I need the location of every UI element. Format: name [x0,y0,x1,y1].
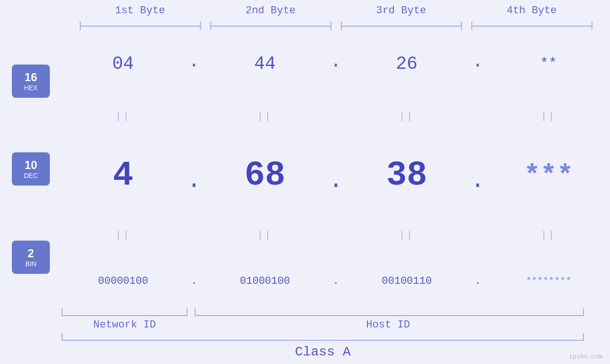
labels-column: 16 HEX 10 DEC 2 BIN [0,32,62,306]
hex-byte2: 44 [204,54,327,74]
byte2-header: 2nd Byte [206,5,336,17]
values-column: 04 . 44 . 26 . ** || || || || 4 . [62,32,610,306]
bin-byte2: 01000100 [204,275,327,287]
byte2-top-bracket [210,21,331,30]
dec-base: DEC [24,172,38,179]
bottom-brackets [62,308,584,316]
bin-badge: 2 BIN [12,241,50,274]
network-bracket [62,308,188,316]
byte1-top-bracket [80,21,201,30]
bottom-labels: Network ID Host ID [62,319,584,331]
bin-sep3: . [468,275,487,287]
dbl-bar-5: || [62,230,185,241]
class-label: Class A [62,345,584,359]
dec-byte3: 38 [346,156,469,195]
byte4-header: 4th Byte [467,5,597,17]
hex-byte4: ** [487,56,610,72]
bin-byte4: ******** [487,276,610,287]
dec-num: 10 [25,159,38,172]
host-id-label: Host ID [192,319,584,331]
bin-sep2: . [327,275,346,287]
bin-byte3: 00100110 [346,275,469,287]
dec-sep1: . [185,158,204,194]
dec-byte4: *** [487,160,610,191]
dec-badge: 10 DEC [12,152,50,186]
dec-row: 4 . 68 . 38 . *** [62,156,610,195]
dec-byte1: 4 [62,156,185,195]
dbl-bar-4: || [487,111,610,122]
dbl-bar-1: || [62,111,185,122]
dbl-bar-6: || [204,230,327,241]
dec-byte2: 68 [204,156,327,195]
dbl-bar-7: || [346,230,469,241]
hex-base: HEX [24,84,38,92]
hex-byte3: 26 [346,54,469,74]
hex-row: 04 . 44 . 26 . ** [62,51,610,76]
byte1-header: 1st Byte [75,5,206,17]
dbl-bar-3: || [346,111,469,122]
byte3-header: 3rd Byte [336,5,467,17]
bin-base: BIN [25,260,36,268]
dbl-bar-2: || [204,111,327,122]
dec-sep3: . [468,158,487,194]
byte3-top-bracket [341,21,462,30]
bottom-section: Network ID Host ID Class A [0,308,610,359]
hex-byte1: 04 [62,54,185,74]
host-bracket [195,308,584,316]
hex-sep1: . [185,51,204,76]
hex-sep2: . [327,51,346,76]
dec-sep2: . [327,158,346,194]
network-id-label: Network ID [62,319,188,331]
hex-num: 16 [25,71,38,84]
byte4-top-bracket [471,21,592,30]
full-bracket [62,333,584,341]
bin-byte1: 00000100 [62,275,185,287]
bin-row: 00000100 . 01000100 . 00100110 . *******… [62,275,610,287]
bin-num: 2 [28,247,34,260]
sep-hex-dec: || || || || [62,109,610,123]
dbl-bar-8: || [487,230,610,241]
hex-sep3: . [468,51,487,76]
watermark: ipshu.com [569,353,602,360]
sep-dec-bin: || || || || [62,228,610,243]
bin-sep1: . [185,275,204,287]
hex-badge: 16 HEX [12,65,50,98]
